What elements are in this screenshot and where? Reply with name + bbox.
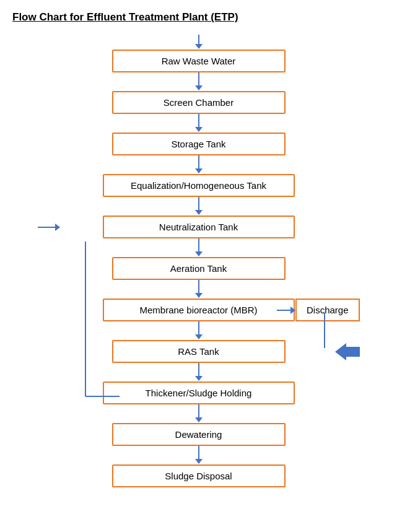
box-sludge-disposal: Sludge Disposal xyxy=(112,464,286,487)
node-aeration-tank: Aeration Tank xyxy=(38,257,360,280)
node-sludge-disposal: Sludge Disposal xyxy=(38,464,360,487)
box-dewatering: Dewatering xyxy=(112,423,286,446)
box-storage-tank: Storage Tank xyxy=(112,133,286,155)
ras-big-arrow xyxy=(335,343,360,360)
discharge-arrow-head xyxy=(290,307,295,314)
node-screen-chamber: Screen Chamber xyxy=(38,91,360,114)
box-mbr: Membrane bioreactor (MBR) xyxy=(103,299,295,321)
flowchart: Raw Waste Water Screen Chamber Storage T… xyxy=(38,35,360,487)
arrow-1 xyxy=(198,72,199,86)
arrow-6 xyxy=(198,280,199,294)
left-feedback-arrow xyxy=(38,224,60,231)
box-ras-tank: RAS Tank xyxy=(112,340,286,363)
left-arrow-shaft xyxy=(38,227,55,228)
arrow-7 xyxy=(198,321,199,335)
box-discharge: Discharge xyxy=(295,299,360,321)
discharge-arrow-shaft xyxy=(277,310,290,311)
box-screen-chamber: Screen Chamber xyxy=(112,91,286,114)
arrow-9 xyxy=(198,404,199,418)
node-ras-tank: RAS Tank xyxy=(38,340,360,363)
box-raw-waste-water: Raw Waste Water xyxy=(112,50,286,72)
box-thickener: Thickener/Sludge Holding xyxy=(103,382,295,404)
left-arrow-head xyxy=(55,224,60,231)
page-title: Flow Chart for Effluent Treatment Plant … xyxy=(12,11,385,24)
arrow-4 xyxy=(198,197,199,211)
node-dewatering: Dewatering xyxy=(38,423,360,446)
ras-big-arrow-shaft xyxy=(346,347,360,357)
node-thickener: Thickener/Sludge Holding xyxy=(38,382,360,404)
node-mbr: Membrane bioreactor (MBR) Discharge xyxy=(38,299,360,321)
box-equalization-tank: Equalization/Homogeneous Tank xyxy=(103,174,295,197)
box-neutralization-tank: Neutralization Tank xyxy=(103,216,295,238)
node-raw-waste-water: Raw Waste Water xyxy=(38,50,360,72)
arrow-10 xyxy=(198,446,199,460)
arrow-top xyxy=(198,35,199,45)
box-aeration-tank: Aeration Tank xyxy=(112,257,286,280)
right-discharge-arrow: Discharge xyxy=(277,299,360,321)
arrow-3 xyxy=(198,155,199,169)
arrow-2 xyxy=(198,114,199,128)
node-storage-tank: Storage Tank xyxy=(38,133,360,155)
node-neutralization-tank: Neutralization Tank xyxy=(38,216,360,238)
arrow-8 xyxy=(198,363,199,377)
node-equalization-tank: Equalization/Homogeneous Tank xyxy=(38,174,360,197)
ras-big-arrowhead xyxy=(335,343,346,360)
arrow-5 xyxy=(198,238,199,252)
